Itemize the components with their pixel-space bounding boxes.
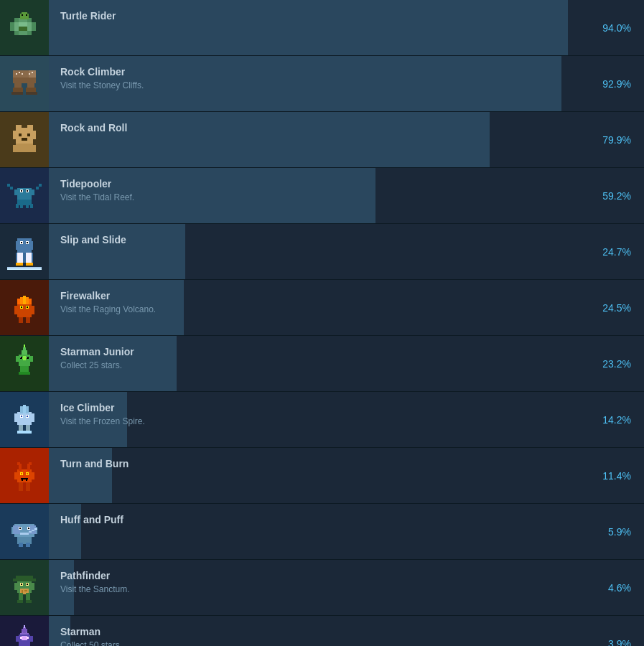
svg-rect-15 xyxy=(27,27,32,31)
achievement-row-starman-junior[interactable]: Starman JuniorCollect 25 stars.23.2% xyxy=(0,336,644,392)
achievement-body-turn-and-burn: Turn and Burn xyxy=(49,448,601,503)
svg-rect-66 xyxy=(27,190,28,192)
svg-rect-180 xyxy=(22,590,23,593)
achievement-percent-turtle-rider: 94.0% xyxy=(601,0,644,55)
svg-rect-17 xyxy=(14,31,19,35)
achievement-desc-firewalker: Visit the Raging Volcano. xyxy=(60,304,589,314)
svg-rect-34 xyxy=(11,92,23,95)
achievement-row-rock-and-roll[interactable]: Rock and Roll79.9% xyxy=(0,112,644,168)
svg-rect-67 xyxy=(17,200,32,205)
svg-rect-58 xyxy=(29,189,34,195)
achievement-desc-ice-climber: Visit the Frozen Spire. xyxy=(60,416,589,426)
svg-rect-40 xyxy=(32,72,33,73)
svg-rect-172 xyxy=(30,583,34,590)
svg-rect-174 xyxy=(13,579,36,581)
svg-rect-122 xyxy=(14,413,19,422)
achievement-icon-turn-and-burn xyxy=(0,448,49,503)
achievement-icon-tidepooler xyxy=(0,168,49,223)
achievement-body-tidepooler: TidepoolerVisit the Tidal Reef. xyxy=(49,168,601,223)
svg-rect-136 xyxy=(17,469,32,482)
svg-rect-178 xyxy=(27,584,28,585)
achievement-name-turtle-rider: Turtle Rider xyxy=(60,10,589,22)
achievement-desc-pathfinder: Visit the Sanctum. xyxy=(60,584,589,594)
svg-rect-198 xyxy=(27,637,29,639)
achievement-name-tidepooler: Tidepooler xyxy=(60,178,589,189)
achievement-icon-starman-junior xyxy=(0,336,49,391)
svg-rect-92 xyxy=(23,296,26,304)
svg-rect-10 xyxy=(32,22,36,27)
svg-rect-49 xyxy=(22,138,27,141)
achievement-percent-firewalker: 24.5% xyxy=(601,280,644,335)
svg-rect-90 xyxy=(30,306,34,314)
achievement-row-turn-and-burn[interactable]: Turn and Burn11.4% xyxy=(0,448,644,504)
svg-rect-134 xyxy=(24,431,32,434)
svg-rect-33 xyxy=(26,88,36,92)
svg-rect-133 xyxy=(17,431,24,434)
achievement-percent-tidepooler: 59.2% xyxy=(601,168,644,223)
achievement-name-starman-junior: Starman Junior xyxy=(60,346,589,357)
achievement-body-pathfinder: PathfinderVisit the Sanctum. xyxy=(49,560,601,615)
svg-rect-18 xyxy=(19,31,23,35)
achievement-row-ice-climber[interactable]: Ice ClimberVisit the Frozen Spire.14.2% xyxy=(0,392,644,448)
svg-rect-43 xyxy=(13,131,19,139)
svg-rect-62 xyxy=(39,184,42,187)
achievement-name-rock-and-roll: Rock and Roll xyxy=(60,122,589,134)
achievement-percent-starman-junior: 23.2% xyxy=(601,336,644,391)
svg-rect-84 xyxy=(26,263,33,266)
svg-rect-95 xyxy=(29,299,32,304)
svg-rect-125 xyxy=(23,405,26,413)
svg-rect-6 xyxy=(14,22,19,27)
achievement-body-firewalker: FirewalkerVisit the Raging Volcano. xyxy=(49,280,601,335)
svg-rect-124 xyxy=(20,406,23,413)
svg-rect-185 xyxy=(26,600,32,603)
svg-rect-137 xyxy=(14,472,19,479)
achievement-name-ice-climber: Ice Climber xyxy=(60,402,589,413)
svg-rect-14 xyxy=(23,27,27,31)
svg-rect-53 xyxy=(13,145,17,152)
achievement-icon-slip-and-slide xyxy=(0,224,49,279)
svg-rect-99 xyxy=(27,306,28,308)
achievement-row-starman[interactable]: StarmanCollect 50 stars.3.9% xyxy=(0,616,644,646)
svg-rect-38 xyxy=(22,73,23,75)
svg-rect-177 xyxy=(21,584,22,585)
svg-rect-147 xyxy=(21,478,28,479)
svg-rect-35 xyxy=(26,92,37,95)
svg-rect-25 xyxy=(0,56,49,111)
svg-rect-23 xyxy=(22,14,23,16)
achievement-row-firewalker[interactable]: FirewalkerVisit the Raging Volcano.24.5% xyxy=(0,280,644,336)
achievement-row-tidepooler[interactable]: TidepoolerVisit the Tidal Reef.59.2% xyxy=(0,168,644,224)
svg-rect-107 xyxy=(22,357,27,359)
achievement-row-turtle-rider[interactable]: Turtle Rider94.0% xyxy=(0,0,644,56)
achievement-name-pathfinder: Pathfinder xyxy=(60,570,589,581)
svg-rect-140 xyxy=(17,462,20,465)
svg-rect-20 xyxy=(27,31,32,35)
svg-rect-81 xyxy=(17,253,23,263)
svg-rect-68 xyxy=(16,204,19,208)
svg-rect-146 xyxy=(27,473,28,474)
achievement-body-turtle-rider: Turtle Rider xyxy=(49,0,601,55)
svg-rect-145 xyxy=(21,473,22,474)
svg-rect-47 xyxy=(19,134,22,136)
svg-rect-138 xyxy=(30,472,34,479)
svg-rect-57 xyxy=(14,189,20,195)
achievement-row-rock-climber[interactable]: Rock ClimberVisit the Stoney Cliffs.92.9… xyxy=(0,56,644,112)
svg-rect-37 xyxy=(19,72,20,73)
achievement-desc-rock-climber: Visit the Stoney Cliffs. xyxy=(60,80,589,90)
achievement-percent-rock-climber: 92.9% xyxy=(601,56,644,111)
svg-rect-191 xyxy=(20,633,29,635)
achievement-name-rock-climber: Rock Climber xyxy=(60,66,589,78)
svg-rect-160 xyxy=(19,528,21,529)
svg-rect-50 xyxy=(20,139,22,141)
achievement-row-huff-and-puff[interactable]: Huff and Puff5.9% xyxy=(0,504,644,560)
svg-rect-16 xyxy=(32,27,36,31)
achievement-desc-starman-junior: Collect 25 stars. xyxy=(60,360,589,370)
svg-rect-194 xyxy=(23,639,26,640)
svg-rect-82 xyxy=(26,253,32,263)
svg-rect-36 xyxy=(16,73,17,75)
svg-rect-118 xyxy=(23,347,26,352)
svg-rect-149 xyxy=(26,479,27,481)
achievement-percent-huff-and-puff: 5.9% xyxy=(601,504,644,559)
achievement-row-pathfinder[interactable]: PathfinderVisit the Sanctum.4.6% xyxy=(0,560,644,616)
achievement-row-slip-and-slide[interactable]: Slip and Slide24.7% xyxy=(0,224,644,280)
svg-rect-60 xyxy=(7,184,10,187)
